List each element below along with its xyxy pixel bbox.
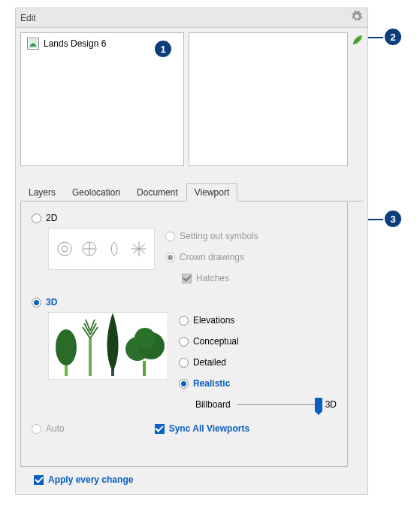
gear-icon[interactable] [351,11,363,25]
slider-thumb[interactable] [315,398,322,411]
thumb-3d-preview [48,312,168,380]
realistic-slider-row: Billboard 3D [195,399,337,410]
side-icon-strip [351,32,364,166]
tab-layers[interactable]: Layers [20,183,64,201]
radio-realistic[interactable] [179,379,189,389]
radio-3d-label: 3D [46,297,57,308]
label-elevations: Elevations [193,315,234,326]
apply-every-change-row[interactable]: Apply every change [34,474,133,485]
label-setting-out: Setting out symbols [180,231,258,241]
opt-crown: Crown drawings [165,252,258,262]
radio-conceptual[interactable] [179,337,189,347]
opt-setting-out: Setting out symbols [165,231,258,241]
tree-item-label: Lands Design 6 [44,38,106,49]
radio-crown [165,253,175,262]
opt-elevations[interactable]: Elevations [179,315,337,326]
svg-point-1 [58,242,71,256]
label-crown: Crown drawings [180,252,244,262]
panel-root: Edit Lands Design 6 Layers Geolocation D… [15,8,368,495]
tab-viewport[interactable]: Viewport [186,183,237,201]
opt-hatches: Hatches [182,273,258,283]
radio-auto [32,424,41,434]
radio-detailed[interactable] [179,358,189,368]
mode-2d-row[interactable]: 2D [32,213,337,223]
radio-elevations[interactable] [179,316,189,326]
svg-point-2 [62,246,68,252]
svg-point-11 [134,328,156,349]
label-auto: Auto [46,423,65,434]
check-apply-every-change[interactable] [34,475,44,485]
svg-point-5 [56,329,77,365]
radio-3d[interactable] [32,298,41,308]
opt-conceptual[interactable]: Conceptual [179,336,337,347]
label-slider-3d: 3D [325,399,337,410]
radio-setting-out [165,232,175,241]
callout-3: 3 [383,209,403,229]
tab-document[interactable]: Document [128,183,186,201]
check-sync-all[interactable] [155,424,165,434]
svg-rect-6 [89,338,92,376]
label-sync-all: Sync All Viewports [169,423,249,434]
mode-auto-row: Auto [32,423,65,434]
opt-detailed[interactable]: Detailed [179,357,337,368]
opt-realistic[interactable]: Realistic [179,378,337,389]
viewport-tab-body: 2D Setting out symbols Crown drawings [20,202,348,467]
sync-all-row[interactable]: Sync All Viewports [155,423,249,434]
radio-2d-label: 2D [46,213,57,223]
label-apply-every-change: Apply every change [48,474,133,485]
lands-item-icon [27,38,39,50]
callout-1: 1 [153,39,173,59]
radio-2d[interactable] [32,214,41,223]
label-billboard: Billboard [195,399,231,410]
label-hatches: Hatches [196,273,229,283]
menu-edit[interactable]: Edit [20,13,36,23]
svg-rect-8 [143,361,146,376]
preview-pane [189,32,348,166]
label-conceptual: Conceptual [193,336,239,347]
check-hatches [182,274,192,283]
header-bar: Edit [16,8,367,28]
realistic-slider[interactable] [237,404,319,405]
leaf-icon[interactable] [352,34,364,46]
mode-3d-row[interactable]: 3D [32,297,337,308]
tab-geolocation[interactable]: Geolocation [64,183,128,201]
callout-2: 2 [383,27,403,47]
tab-strip: Layers Geolocation Document Viewport [20,183,363,201]
thumb-2d-preview [48,228,155,270]
label-detailed: Detailed [193,357,226,368]
label-realistic: Realistic [193,378,230,389]
